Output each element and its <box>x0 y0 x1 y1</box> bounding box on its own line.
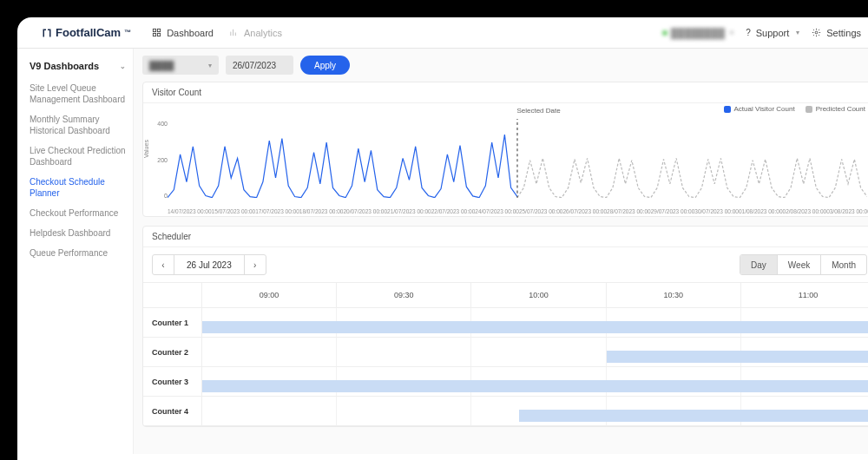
nav-dashboard[interactable]: Dashboard <box>152 28 214 38</box>
sidebar-heading[interactable]: V9 Dashboards ⌄ <box>30 57 126 78</box>
svg-rect-1 <box>158 29 161 31</box>
filter-controls: ████ ▾ 26/07/2023 Apply <box>142 56 868 75</box>
schedule-bar[interactable] <box>202 321 868 333</box>
sidebar-item[interactable]: Queue Performance <box>30 243 126 263</box>
scheduler-cell[interactable] <box>202 338 337 366</box>
scheduler-row: Counter 1 <box>143 308 868 338</box>
sidebar-item[interactable]: Live Checkout Prediction Dashboard <box>30 141 126 172</box>
svg-rect-2 <box>154 33 156 36</box>
date-navigator: ‹ 26 Jul 2023 › <box>152 254 266 275</box>
x-tick: 30/07/2023 00:00 <box>694 208 739 214</box>
scheduler-row: Counter 4 <box>143 397 868 426</box>
y-tick: 0 <box>152 193 168 199</box>
visitor-count-chart <box>168 119 867 198</box>
time-header-cell: 11:00 <box>741 283 868 307</box>
scheduler-cells[interactable] <box>202 367 868 396</box>
main-content: ████ ▾ 26/07/2023 Apply Visitor Count Se… <box>134 49 868 454</box>
scheduler-cells[interactable] <box>202 308 868 337</box>
chevron-down-icon: ▾ <box>208 62 212 69</box>
site-selector[interactable]: ████ ▾ <box>142 56 219 75</box>
scheduler-row: Counter 3 <box>143 367 868 397</box>
view-toggle: Day Week Month <box>740 254 867 275</box>
actual-line <box>168 135 517 198</box>
scheduler-cell[interactable] <box>337 397 471 425</box>
x-tick: 24/07/2023 00:00 <box>475 208 519 214</box>
visitor-count-card: Visitor Count Selected Date Actual Visit… <box>142 82 868 217</box>
chevron-down-icon: ▾ <box>796 29 799 36</box>
schedule-bar[interactable] <box>519 410 868 422</box>
scheduler-controls: ‹ 26 Jul 2023 › Day Week Month <box>143 247 868 282</box>
x-tick: 29/07/2023 00:00 <box>651 208 695 214</box>
x-tick: 02/08/2023 00:00 <box>783 208 827 214</box>
nav-analytics[interactable]: Analytics <box>229 28 282 38</box>
prev-date-button[interactable]: ‹ <box>153 260 174 270</box>
date-picker[interactable]: 26/07/2023 <box>226 56 293 75</box>
view-day-button[interactable]: Day <box>740 255 777 274</box>
scheduler-date-label: 26 Jul 2023 <box>174 255 245 274</box>
scheduler-grid: 09:0009:3010:0010:3011:00 Counter 1Count… <box>143 282 868 426</box>
x-tick: 20/07/2023 00:00 <box>343 208 387 214</box>
x-tick: 14/07/2023 00:00 <box>168 208 212 214</box>
date-picker-value: 26/07/2023 <box>233 61 276 70</box>
scheduler-cell[interactable] <box>337 338 471 366</box>
user-status-icon <box>662 30 667 36</box>
scheduler-cell[interactable] <box>202 397 337 425</box>
scheduler-cell[interactable] <box>471 338 606 366</box>
scheduler-card: Scheduler ‹ 26 Jul 2023 › Day Week <box>142 226 868 427</box>
analytics-icon <box>229 28 239 37</box>
schedule-bar[interactable] <box>202 380 868 392</box>
x-tick: 17/07/2023 00:00 <box>255 208 299 214</box>
sidebar-item[interactable]: Checkout Schedule Planner <box>30 172 126 203</box>
y-tick: 200 <box>152 157 168 163</box>
scheduler-row-label: Counter 4 <box>143 397 202 425</box>
time-header-cell: 10:00 <box>471 283 606 307</box>
user-menu[interactable]: ████████ ▾ <box>662 28 733 38</box>
sidebar-item[interactable]: Monthly Summary Historical Dashboard <box>30 109 126 141</box>
chevron-down-icon: ⌄ <box>120 62 126 70</box>
brand-logo: FootfallCam™ <box>42 26 131 39</box>
brand-tm: ™ <box>124 29 131 36</box>
legend-swatch-icon <box>724 106 731 113</box>
x-axis-ticks: 14/07/2023 00:0015/07/2023 00:0017/07/20… <box>168 208 867 214</box>
chart-legend: Actual Visitor Count Predicted Count <box>724 105 865 113</box>
apply-button[interactable]: Apply <box>300 56 350 75</box>
sidebar-item[interactable]: Site Level Queue Management Dashboard <box>30 78 126 109</box>
nav-settings-label: Settings <box>826 28 861 38</box>
legend-actual[interactable]: Actual Visitor Count <box>724 105 795 113</box>
x-tick: 22/07/2023 00:00 <box>431 208 476 214</box>
scheduler-title: Scheduler <box>143 227 868 247</box>
footer: Copyright © 2023 - FootfallCam <box>17 454 868 460</box>
scheduler-time-header: 09:0009:3010:0010:3011:00 <box>143 282 868 308</box>
sidebar-item[interactable]: Helpdesk Dashboard <box>30 223 126 243</box>
card-title: Visitor Count <box>143 82 868 103</box>
x-tick: 01/08/2023 00:00 <box>739 208 783 214</box>
scheduler-row-label: Counter 3 <box>143 367 202 396</box>
scheduler-row-label: Counter 2 <box>143 338 202 366</box>
sidebar: V9 Dashboards ⌄ Site Level Queue Managem… <box>17 49 134 454</box>
schedule-bar[interactable] <box>607 351 868 363</box>
x-tick: 15/07/2023 00:00 <box>212 208 256 214</box>
sidebar-item[interactable]: Checkout Performance <box>30 203 126 223</box>
x-tick: 25/07/2023 00:00 <box>519 208 563 214</box>
svg-rect-0 <box>154 29 156 31</box>
legend-predicted[interactable]: Predicted Count <box>806 105 865 113</box>
view-month-button[interactable]: Month <box>820 255 866 274</box>
user-name-blurred: ████████ <box>671 28 725 38</box>
scheduler-cells[interactable] <box>202 397 868 425</box>
svg-point-4 <box>815 31 818 34</box>
predicted-line <box>517 158 867 197</box>
scheduler-row-label: Counter 1 <box>143 308 202 337</box>
chevron-left-icon: ‹ <box>161 260 164 270</box>
x-tick: 28/07/2023 00:00 <box>607 208 651 214</box>
topbar: FootfallCam™ Dashboard Analytics ███████… <box>17 17 868 49</box>
time-header-cell: 10:30 <box>607 283 741 307</box>
view-week-button[interactable]: Week <box>777 255 820 274</box>
support-icon: ? <box>746 28 751 37</box>
nav-support-label: Support <box>756 28 790 38</box>
next-date-button[interactable]: › <box>245 260 266 270</box>
legend-predicted-label: Predicted Count <box>816 105 865 113</box>
nav-support[interactable]: ? Support ▾ <box>746 28 799 38</box>
scheduler-cells[interactable] <box>202 338 868 366</box>
nav-settings[interactable]: Settings <box>812 28 861 38</box>
site-selector-value: ████ <box>149 61 174 70</box>
